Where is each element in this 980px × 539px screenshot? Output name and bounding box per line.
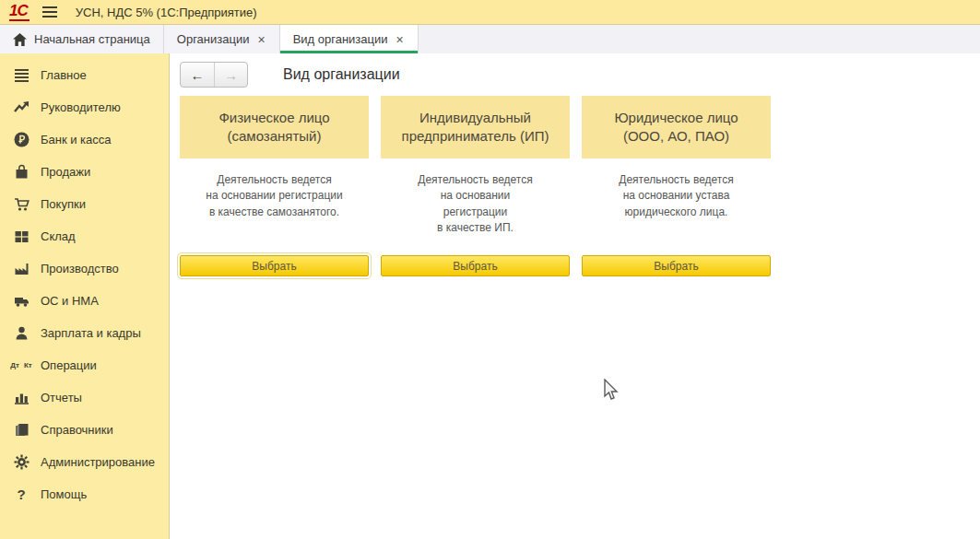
sections-sidebar: Главное Руководителю Банк и касса Продаж… xyxy=(0,53,170,539)
sidebar-item-production[interactable]: Производство xyxy=(0,252,169,285)
sidebar-item-payroll-hr[interactable]: Зарплата и кадры xyxy=(0,317,169,349)
card-title: Физическое лицо (самозанятый) xyxy=(180,96,369,158)
page-title: Вид организации xyxy=(283,66,400,83)
truck-icon xyxy=(13,293,30,310)
card-title: Юридическое лицо (ООО, АО, ПАО) xyxy=(582,96,771,158)
application-window: 1С УСН, НДС 5% (1С:Предприятие) Начальна… xyxy=(0,0,980,539)
ruble-icon xyxy=(13,132,30,148)
sidebar-item-label: Отчеты xyxy=(41,391,82,404)
sidebar-item-label: Главное xyxy=(41,68,87,82)
sidebar-item-purchases[interactable]: Покупки xyxy=(0,188,169,220)
sidebar-item-label: Руководителю xyxy=(41,100,121,114)
title-bar: 1С УСН, НДС 5% (1С:Предприятие) xyxy=(0,0,980,25)
bar-chart-icon xyxy=(13,390,30,406)
back-button[interactable]: ← xyxy=(181,63,214,87)
trend-icon xyxy=(13,100,30,116)
dt-kt-icon: ДтКт xyxy=(13,357,30,374)
sidebar-item-administration[interactable]: Администрирование xyxy=(0,446,169,478)
tab-label: Организации xyxy=(177,32,250,46)
warehouse-icon xyxy=(13,228,30,245)
bag-icon xyxy=(13,164,30,181)
books-icon xyxy=(13,422,30,439)
sidebar-item-label: Склад xyxy=(41,229,76,243)
sidebar-item-sales[interactable]: Продажи xyxy=(0,156,169,188)
card-individual-selfemployed: Физическое лицо (самозанятый) Деятельнос… xyxy=(180,96,369,276)
card-description: Деятельность ведется на основании устава… xyxy=(582,172,771,255)
sidebar-item-operations[interactable]: ДтКт Операции xyxy=(0,349,169,381)
main-menu-icon xyxy=(13,67,30,84)
sidebar-item-fixed-assets[interactable]: ОС и НМА xyxy=(0,285,169,317)
tab-organization-kind[interactable]: Вид организации × xyxy=(280,25,419,53)
tab-label: Вид организации xyxy=(293,32,388,46)
tab-organizations[interactable]: Организации × xyxy=(164,25,280,53)
sidebar-item-label: Зарплата и кадры xyxy=(41,326,141,340)
choose-button-legal-entity[interactable]: Выбрать xyxy=(582,255,771,276)
sidebar-item-manager[interactable]: Руководителю xyxy=(0,91,169,123)
choose-button-sole-proprietor[interactable]: Выбрать xyxy=(381,255,570,276)
sidebar-item-help[interactable]: ? Помощь xyxy=(0,478,169,510)
window-title: УСН, НДС 5% (1С:Предприятие) xyxy=(76,6,257,19)
home-icon xyxy=(13,33,27,46)
navigation-toolbar: ← → Вид организации xyxy=(180,61,980,88)
card-title: Индивидуальный предприниматель (ИП) xyxy=(381,96,570,158)
history-nav-group: ← → xyxy=(180,62,248,88)
factory-icon xyxy=(13,261,30,277)
tab-bar: Начальная страница Организации × Вид орг… xyxy=(0,25,980,53)
tab-label: Начальная страница xyxy=(34,32,150,46)
sidebar-item-label: Продажи xyxy=(41,165,90,179)
sidebar-item-label: Администрирование xyxy=(41,455,155,469)
sidebar-item-label: Операции xyxy=(41,358,97,372)
forward-button[interactable]: → xyxy=(214,63,247,87)
card-description: Деятельность ведется на основании регист… xyxy=(381,172,570,255)
sidebar-item-label: Покупки xyxy=(41,197,86,211)
card-description: Деятельность ведется на основании регист… xyxy=(180,172,369,255)
sidebar-item-label: Банк и касса xyxy=(41,133,112,146)
card-legal-entity: Юридическое лицо (ООО, АО, ПАО) Деятельн… xyxy=(582,96,771,276)
person-icon xyxy=(13,325,30,342)
organization-kind-cards: Физическое лицо (самозанятый) Деятельнос… xyxy=(180,96,980,276)
tab-home[interactable]: Начальная страница xyxy=(0,25,164,53)
sidebar-item-warehouse[interactable]: Склад xyxy=(0,220,169,252)
kt-text: Кт xyxy=(24,362,32,369)
main-menu-burger-icon[interactable] xyxy=(42,6,57,18)
sidebar-item-label: Производство xyxy=(41,262,119,275)
close-icon[interactable]: × xyxy=(256,33,266,46)
gear-icon xyxy=(13,454,30,471)
sidebar-item-label: Помощь xyxy=(41,487,87,501)
choose-button-selfemployed[interactable]: Выбрать xyxy=(180,255,369,276)
main-content: ← → Вид организации Физическое лицо (сам… xyxy=(170,53,980,539)
dt-text: Дт xyxy=(10,362,19,369)
sidebar-item-label: Справочники xyxy=(41,423,113,437)
sidebar-item-directories[interactable]: Справочники xyxy=(0,414,169,446)
cart-icon xyxy=(13,196,30,213)
sidebar-item-bank-cash[interactable]: Банк и касса xyxy=(0,123,169,156)
question-icon: ? xyxy=(13,486,30,503)
1c-logo: 1С xyxy=(9,3,30,21)
sidebar-item-main[interactable]: Главное xyxy=(0,59,169,91)
card-sole-proprietor: Индивидуальный предприниматель (ИП) Деят… xyxy=(381,96,570,276)
close-icon[interactable]: × xyxy=(396,33,405,46)
sidebar-item-label: ОС и НМА xyxy=(41,294,99,308)
sidebar-item-reports[interactable]: Отчеты xyxy=(0,381,169,414)
